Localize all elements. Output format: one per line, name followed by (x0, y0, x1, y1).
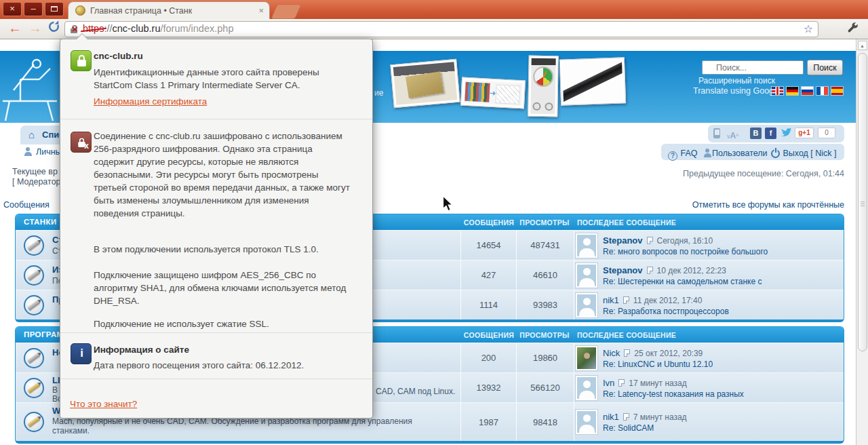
scrollbar-thumb[interactable] (858, 53, 867, 351)
last-post-topic-link[interactable]: Re: SolidCAM (603, 423, 654, 433)
first-visit-text: Дата первого посещения этого сайта: 06.1… (94, 359, 358, 372)
posts-count: 1114 (461, 290, 516, 320)
secure-lock-icon (71, 50, 92, 71)
url-host: cnc-club.ru (113, 23, 161, 34)
page-scrollbar[interactable]: ▲ (856, 39, 868, 445)
forum-icon (24, 295, 44, 315)
goto-last-post-icon[interactable] (647, 237, 653, 244)
search-button[interactable]: Поиск (807, 60, 843, 75)
flag-spain-icon[interactable] (831, 87, 843, 95)
mobile-version-icon[interactable] (713, 128, 720, 138)
posts-count: 427 (461, 260, 516, 290)
share-counter: 0 (818, 128, 835, 138)
tab-close-icon[interactable]: × (258, 5, 264, 16)
column-views: ПРОСМОТРЫ (511, 331, 578, 339)
bookmark-star-icon[interactable]: ☆ (804, 22, 813, 35)
flag-germany-icon[interactable] (787, 87, 798, 95)
tls-text: В этом подключении используется протокол… (94, 243, 358, 256)
flag-uk-icon[interactable] (772, 87, 783, 95)
goto-last-post-icon[interactable] (618, 379, 625, 387)
goto-last-post-icon[interactable] (647, 267, 653, 274)
flag-france-icon[interactable] (816, 87, 828, 95)
posts-count: 13932 (461, 373, 516, 402)
address-bar[interactable]: × https://cnc-club.ru/forum/index.php ☆ (64, 21, 818, 37)
forum-icon (24, 235, 44, 256)
goto-last-post-icon[interactable] (624, 349, 630, 357)
previous-visit-text: Предыдущее посещение: Сегодня, 01:44 (683, 169, 844, 178)
mouse-cursor (442, 195, 454, 212)
window-titlebar: × – Главная страница • Станк × (0, 0, 868, 19)
users-link[interactable]: Пользователи (703, 147, 768, 159)
header-photo-gauge[interactable] (528, 56, 559, 117)
views-count: 93983 (517, 290, 574, 320)
font-size-control[interactable]: vA^ (727, 129, 738, 141)
forward-button[interactable]: → (28, 19, 42, 38)
last-post-topic-link[interactable]: Re: много вопросов по постройке большого (603, 247, 768, 256)
window-close-button[interactable]: × (3, 2, 22, 16)
flag-russia-icon[interactable] (802, 87, 813, 95)
forum-icon (24, 378, 44, 398)
avatar (576, 233, 597, 258)
ssl-compression-text: Подключение не использует сжатие SSL. (94, 317, 358, 330)
last-post-date: 10 дек 2012, 22:23 (657, 266, 726, 275)
posts-count: 200 (461, 343, 516, 372)
posts-count: 1987 (461, 403, 516, 441)
views-count: 487431 (517, 231, 574, 260)
connection-text: Соединение с cnc-club.ru зашифровано с и… (94, 130, 350, 220)
translate-label: Translate using Google: (693, 86, 783, 96)
twitter-icon[interactable] (780, 128, 792, 140)
last-post-topic-link[interactable]: Re: Разработка постпроцессоров (603, 307, 729, 316)
last-post-topic-link[interactable]: Re: LinuxCNC и Ubuntu 12.10 (603, 360, 713, 369)
back-button[interactable]: ← (8, 19, 22, 38)
last-post-user-link[interactable]: nik1 (603, 412, 619, 422)
header-photo-beam[interactable] (559, 57, 626, 105)
share-icons-box: vA^ B f g+1 0 (708, 125, 844, 142)
last-post-user-link[interactable]: Stepanov (603, 265, 643, 275)
search-input[interactable] (702, 60, 804, 75)
mixed-content-lock-icon: x (71, 132, 92, 153)
new-tab-button[interactable] (271, 4, 302, 19)
tab-title: Главная страница • Станк (90, 6, 192, 16)
gplus-button[interactable]: g+1 (795, 128, 814, 138)
column-last-post: ПОСЛЕДНЕЕ СООБЩЕНИЕ (577, 218, 676, 227)
vk-icon[interactable]: B (750, 128, 762, 139)
last-post-user-link[interactable]: Ivn (603, 378, 614, 388)
logout-link[interactable]: Выход [ Nick ] (771, 147, 837, 159)
forum-description-fragment: CAD, CAM под Linux. (376, 387, 455, 396)
column-last-post: ПОСЛЕДНЕЕ СООБЩЕНИЕ (577, 331, 676, 339)
reload-icon (47, 20, 60, 33)
cipher-text: Подключение защищено шифром AES_256_CBC … (94, 269, 350, 307)
advanced-search-link[interactable]: Расширенный поиск (698, 76, 775, 85)
window-minimize-button[interactable]: – (24, 2, 43, 16)
last-post-topic-link[interactable]: Re: Шестеренки на самодельном станке с (603, 277, 762, 286)
last-post-date: 25 окт 2012, 20:39 (634, 349, 703, 358)
last-post-user-link[interactable]: nik1 (603, 295, 619, 305)
header-photo-box[interactable] (390, 59, 460, 108)
mark-forums-read-link[interactable]: Отметить все форумы как прочтённые (692, 200, 844, 210)
identity-text: Идентификационные данные этого сайта про… (94, 66, 339, 92)
moderators-text: [ Модератор (12, 177, 61, 187)
certificate-info-link[interactable]: Информация сертификата (94, 96, 207, 107)
question-icon: ? (668, 151, 677, 161)
url-scheme-struck: https (83, 23, 104, 34)
what-does-it-mean-link[interactable]: Что это значит? (70, 399, 137, 409)
scrollbar-up-arrow[interactable]: ▲ (858, 41, 867, 50)
last-post-topic-link[interactable]: Re: Latency-test показания на разных (603, 389, 744, 399)
header-photo-collage[interactable]: ➜ (460, 77, 526, 109)
site-info-title: Информация о сайте (94, 345, 189, 355)
faq-link[interactable]: ? FAQ (668, 147, 697, 161)
browser-tab[interactable]: Главная страница • Станк × (68, 1, 270, 19)
reload-button[interactable] (47, 19, 60, 38)
last-post-user-link[interactable]: Nick (603, 348, 620, 358)
avatar (576, 346, 597, 370)
messages-link[interactable]: Сообщения (3, 200, 50, 210)
goto-last-post-icon[interactable] (623, 296, 629, 304)
current-time-text: Текущее вр (12, 167, 58, 176)
url-path: /forum/index.php (160, 23, 233, 34)
wrench-menu-icon[interactable] (846, 22, 861, 37)
forum-icon (24, 348, 44, 368)
facebook-icon[interactable]: f (765, 128, 776, 139)
goto-last-post-icon[interactable] (623, 413, 629, 421)
last-post-user-link[interactable]: Stepanov (603, 235, 643, 246)
window-maximize-button[interactable] (45, 2, 64, 16)
